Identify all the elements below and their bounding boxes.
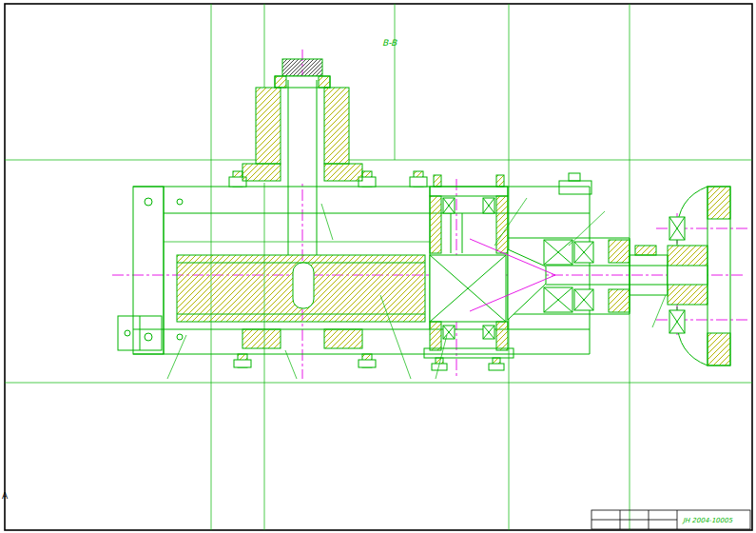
drawing-sheet: B-B A JH 2004-10005 xyxy=(0,0,756,533)
cad-canvas: B-B A JH 2004-10005 xyxy=(0,0,756,533)
gearbox-assembly xyxy=(118,59,730,379)
left-bracket xyxy=(118,316,162,350)
shaft-key xyxy=(635,246,656,255)
breather-plug xyxy=(559,173,591,194)
upper-bearing-boss xyxy=(430,175,508,253)
shaft-end-cap xyxy=(282,59,322,76)
bearing-cover-right-bottom xyxy=(609,289,630,312)
output-shaft xyxy=(544,240,668,312)
drawing-number: JH 2004-10005 xyxy=(682,517,733,524)
edge-marker-label: A xyxy=(2,491,9,501)
bearing-cover-right-top xyxy=(609,240,630,263)
section-label: B-B xyxy=(382,38,397,48)
shaft-bore-slot xyxy=(293,263,314,308)
title-block: JH 2004-10005 xyxy=(591,510,750,529)
bevel-gear xyxy=(430,239,555,322)
worm-gear-cylinder xyxy=(177,255,425,322)
